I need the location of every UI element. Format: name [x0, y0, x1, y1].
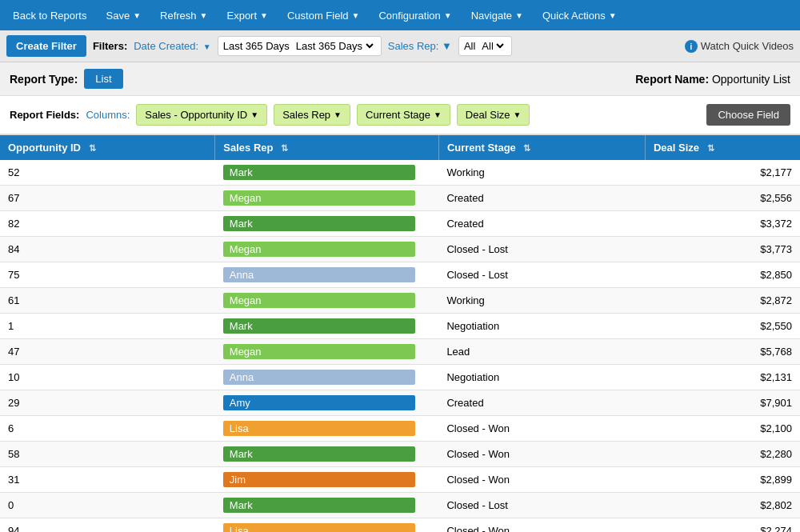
- cell-current-stage: Created: [438, 186, 645, 211]
- cell-sales-rep: Mark: [215, 493, 439, 518]
- salesrep-filter-dropdown[interactable]: Sales Rep: ▼: [388, 40, 452, 52]
- chevron-down-icon: ▼: [515, 11, 523, 20]
- col-header-current-stage[interactable]: Current Stage ⇅: [438, 135, 645, 160]
- table-row: 61MeganWorking$2,872: [0, 288, 800, 314]
- cell-current-stage: Working: [438, 160, 645, 186]
- cell-sales-rep: Megan: [215, 186, 439, 211]
- cell-sales-rep: Mark: [215, 314, 439, 339]
- salesrep-select-wrap[interactable]: All All: [458, 36, 512, 56]
- cell-opportunity-id: 82: [0, 211, 215, 237]
- field-sales-rep[interactable]: Sales Rep ▼: [274, 104, 350, 126]
- create-filter-button[interactable]: Create Filter: [6, 35, 86, 57]
- cell-deal-size: $2,850: [645, 262, 800, 288]
- cell-deal-size: $2,274: [645, 518, 800, 533]
- cell-opportunity-id: 29: [0, 390, 215, 416]
- cell-current-stage: Closed - Lost: [438, 237, 645, 262]
- report-type-row: Report Type: List Report Name: Opportuni…: [0, 62, 800, 96]
- nav-navigate[interactable]: Navigate ▼: [462, 0, 533, 30]
- cell-opportunity-id: 84: [0, 237, 215, 262]
- top-nav: Back to Reports Save ▼ Refresh ▼ Export …: [0, 0, 800, 30]
- chevron-down-icon: ▼: [203, 42, 211, 51]
- sort-icon: ⇅: [523, 143, 530, 153]
- table-row: 0MarkClosed - Lost$2,802: [0, 493, 800, 518]
- cell-opportunity-id: 67: [0, 186, 215, 211]
- nav-back-to-reports[interactable]: Back to Reports: [3, 0, 97, 30]
- cell-sales-rep: Anna: [215, 365, 439, 390]
- chevron-down-icon: ▼: [260, 11, 268, 20]
- cell-current-stage: Closed - Won: [438, 518, 645, 533]
- cell-current-stage: Negotiation: [438, 314, 645, 339]
- nav-export[interactable]: Export ▼: [217, 0, 277, 30]
- cell-deal-size: $2,872: [645, 288, 800, 314]
- sort-icon: ⇅: [707, 143, 714, 153]
- report-fields-row: Report Fields: Columns: Sales - Opportun…: [0, 96, 800, 135]
- choose-field-button[interactable]: Choose Field: [706, 104, 790, 126]
- date-range-select[interactable]: Last 365 Days: [293, 39, 376, 53]
- cell-sales-rep: Anna: [215, 262, 439, 288]
- table-row: 6LisaClosed - Won$2,100: [0, 416, 800, 442]
- chevron-down-icon: ▼: [609, 11, 617, 20]
- table-row: 82MarkCreated$3,372: [0, 211, 800, 237]
- cell-deal-size: $3,372: [645, 211, 800, 237]
- date-range-value: Last 365 Days: [223, 40, 290, 52]
- cell-deal-size: $2,280: [645, 442, 800, 467]
- date-filter-dropdown[interactable]: Date Created: ▼: [134, 40, 210, 52]
- cell-deal-size: $2,100: [645, 416, 800, 442]
- col-header-deal-size[interactable]: Deal Size ⇅: [645, 135, 800, 160]
- sort-icon: ⇅: [89, 143, 96, 153]
- report-type-list-button[interactable]: List: [84, 69, 122, 89]
- cell-sales-rep: Lisa: [215, 416, 439, 442]
- cell-opportunity-id: 94: [0, 518, 215, 533]
- col-header-sales-rep[interactable]: Sales Rep ⇅: [215, 135, 439, 160]
- salesrep-select[interactable]: All: [478, 39, 506, 53]
- chevron-down-icon: ▼: [514, 110, 522, 119]
- chevron-down-icon: ▼: [334, 110, 342, 119]
- table-row: 10AnnaNegotiation$2,131: [0, 365, 800, 390]
- cell-current-stage: Closed - Lost: [438, 493, 645, 518]
- nav-refresh[interactable]: Refresh ▼: [150, 0, 217, 30]
- chevron-down-icon: ▼: [442, 40, 452, 52]
- date-range-select-wrap[interactable]: Last 365 Days Last 365 Days: [218, 36, 382, 56]
- cell-sales-rep: Megan: [215, 288, 439, 314]
- cell-sales-rep: Megan: [215, 339, 439, 365]
- cell-current-stage: Negotiation: [438, 365, 645, 390]
- cell-deal-size: $2,802: [645, 493, 800, 518]
- cell-current-stage: Closed - Won: [438, 467, 645, 493]
- filter-bar: Create Filter Filters: Date Created: ▼ L…: [0, 30, 800, 62]
- cell-current-stage: Closed - Won: [438, 442, 645, 467]
- cell-current-stage: Created: [438, 390, 645, 416]
- cell-sales-rep: Lisa: [215, 518, 439, 533]
- cell-opportunity-id: 10: [0, 365, 215, 390]
- field-current-stage[interactable]: Current Stage ▼: [357, 104, 450, 126]
- cell-opportunity-id: 58: [0, 442, 215, 467]
- nav-custom-field[interactable]: Custom Field ▼: [278, 0, 369, 30]
- cell-current-stage: Working: [438, 288, 645, 314]
- nav-configuration[interactable]: Configuration ▼: [369, 0, 461, 30]
- table-row: 29AmyCreated$7,901: [0, 390, 800, 416]
- cell-current-stage: Lead: [438, 339, 645, 365]
- nav-save[interactable]: Save ▼: [97, 0, 151, 30]
- field-deal-size[interactable]: Deal Size ▼: [457, 104, 530, 126]
- field-sales-opportunity-id[interactable]: Sales - Opportunity ID ▼: [136, 104, 267, 126]
- cell-deal-size: $2,556: [645, 186, 800, 211]
- cell-opportunity-id: 31: [0, 467, 215, 493]
- col-header-opportunity-id[interactable]: Opportunity ID ⇅: [0, 135, 215, 160]
- nav-quick-actions[interactable]: Quick Actions ▼: [533, 0, 626, 30]
- cell-opportunity-id: 6: [0, 416, 215, 442]
- cell-sales-rep: Amy: [215, 390, 439, 416]
- sort-icon: ⇅: [281, 143, 288, 153]
- cell-opportunity-id: 1: [0, 314, 215, 339]
- info-icon: i: [685, 40, 698, 53]
- cell-current-stage: Closed - Lost: [438, 262, 645, 288]
- watch-videos-link[interactable]: i Watch Quick Videos: [685, 40, 794, 53]
- report-fields-label: Report Fields:: [10, 109, 79, 121]
- cell-deal-size: $3,773: [645, 237, 800, 262]
- report-name: Report Name: Opportunity List: [635, 73, 790, 86]
- cell-sales-rep: Mark: [215, 211, 439, 237]
- table-row: 58MarkClosed - Won$2,280: [0, 442, 800, 467]
- chevron-down-icon: ▼: [133, 11, 141, 20]
- columns-label: Columns:: [86, 109, 130, 121]
- chevron-down-icon: ▼: [444, 11, 452, 20]
- table-row: 31JimClosed - Won$2,899: [0, 467, 800, 493]
- cell-sales-rep: Jim: [215, 467, 439, 493]
